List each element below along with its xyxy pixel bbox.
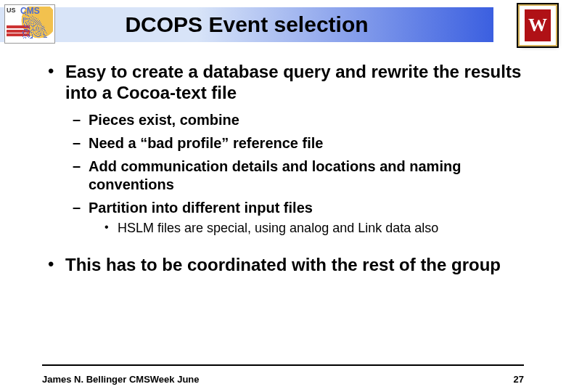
title-bar: DCOPS Event selection [0, 7, 493, 42]
bullet-2: This has to be coordinated with the rest… [42, 254, 537, 275]
sub-4-sublist: HSLM files are special, using analog and… [104, 221, 537, 237]
us-label: US [7, 7, 16, 14]
bullet-1: Easy to create a database query and rewr… [42, 61, 537, 237]
cms-label: CMS [20, 6, 40, 16]
footer-author: James N. Bellinger CMSWeek June [42, 374, 200, 385]
subsub-1: HSLM files are special, using analog and… [104, 221, 537, 237]
slide-footer: James N. Bellinger CMSWeek June 27 [42, 374, 524, 385]
slide-title: DCOPS Event selection [125, 12, 368, 37]
sub-3: Add communication details and locations … [73, 158, 537, 193]
bullet-list: Easy to create a database query and rewr… [42, 61, 537, 276]
slide-content: Easy to create a database query and rewr… [0, 51, 566, 276]
sub-2-text: Need a “bad profile” reference file [89, 135, 323, 151]
sub-1-text: Pieces exist, combine [89, 112, 239, 128]
footer-divider [42, 364, 524, 366]
wisconsin-crest: W [520, 6, 556, 45]
slide-header: US CMS DCOPS Event selection W [0, 0, 566, 51]
page-number: 27 [514, 374, 524, 385]
spacer [42, 242, 537, 250]
sub-3-text: Add communication details and locations … [89, 158, 461, 192]
bullet-2-text: This has to be coordinated with the rest… [65, 255, 501, 274]
bullet-1-sublist: Pieces exist, combine Need a “bad profil… [73, 111, 537, 237]
sub-2: Need a “bad profile” reference file [73, 134, 537, 152]
sub-4: Partition into different input files HSL… [73, 199, 537, 237]
crest-letter: W [525, 9, 551, 41]
bullet-1-text: Easy to create a database query and rewr… [65, 62, 521, 102]
sub-4-text: Partition into different input files [89, 200, 313, 216]
sub-1: Pieces exist, combine [73, 111, 537, 128]
subsub-1-text: HSLM files are special, using analog and… [118, 221, 438, 235]
